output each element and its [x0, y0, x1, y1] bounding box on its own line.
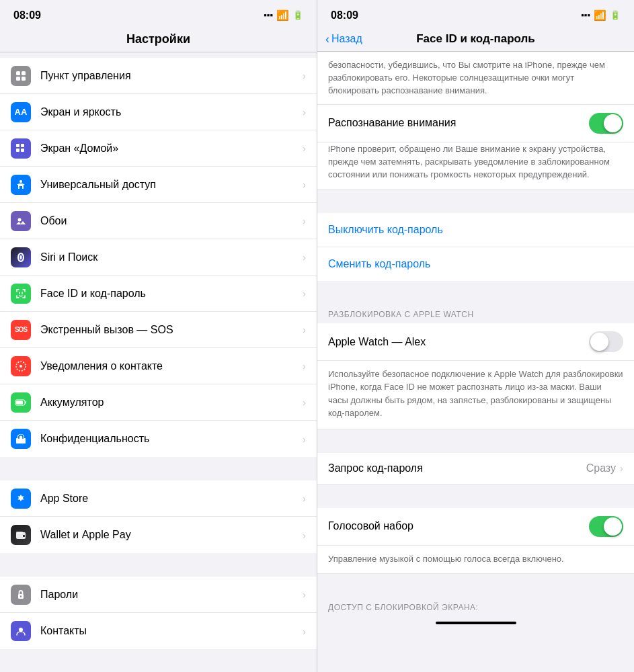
svg-point-12 [20, 255, 22, 259]
svg-rect-0 [16, 71, 20, 75]
row-home-screen[interactable]: Экран «Домой» › [0, 130, 317, 167]
disable-passcode-link[interactable]: Выключить код-пароль [317, 213, 634, 247]
left-status-icons: ▪▪▪ 📶 🔋 [264, 9, 303, 22]
change-passcode-text[interactable]: Сменить код-пароль [328, 258, 430, 269]
right-home-bar [436, 622, 516, 624]
clipped-description: безопасности, убедившись, что Вы смотрит… [328, 60, 605, 95]
home-screen-icon [11, 138, 31, 159]
wallpaper-chevron: › [303, 215, 306, 226]
right-battery-icon: 🔋 [610, 10, 621, 20]
row-contact[interactable]: Уведомления о контакте › [0, 348, 317, 384]
disable-passcode-text[interactable]: Выключить код-пароль [328, 224, 443, 235]
row-control-center[interactable]: Пункт управления › [0, 58, 317, 94]
privacy-chevron: › [303, 433, 306, 445]
wallpaper-icon [11, 211, 31, 231]
attention-description-block: iPhone проверит, обращено ли Ваше вниман… [317, 142, 634, 190]
lock-screen-divider [317, 574, 634, 597]
svg-rect-3 [22, 77, 26, 81]
actions-section: Выключить код-пароль Сменить код-пароль [317, 213, 634, 281]
battery-icon-row [11, 392, 31, 413]
left-settings-list[interactable]: Пункт управления › AA Экран и яркость › [0, 52, 317, 672]
right-status-icons: ▪▪▪ 📶 🔋 [581, 9, 621, 22]
attention-description: iPhone проверит, обращено ли Ваше вниман… [328, 144, 610, 179]
watch-divider [317, 281, 634, 304]
apple-watch-header: РАЗБЛОКИРОВКА С APPLE WATCH [317, 304, 634, 323]
attention-section: Распознавание внимания iPhone проверит, … [317, 104, 634, 190]
right-status-time: 08:09 [331, 9, 358, 22]
siri-icon [11, 247, 31, 267]
contacts-icon [11, 621, 31, 641]
row-wallpaper[interactable]: Обои › [0, 203, 317, 239]
display-label: Экран и яркость [40, 106, 299, 118]
right-nav-bar: ‹ Назад Face ID и код-пароль [317, 27, 634, 52]
left-panel: 08:09 ▪▪▪ 📶 🔋 Настройки [0, 0, 317, 672]
right-content[interactable]: безопасности, убедившись, что Вы смотрит… [317, 52, 634, 672]
attention-toggle[interactable] [589, 113, 623, 134]
section-apps: Пароли › Контакты › [0, 577, 317, 649]
apple-watch-description-block: Используйте безопасное подключение к App… [317, 361, 634, 429]
faceid-chevron: › [303, 288, 306, 299]
attention-toggle-knob [604, 114, 622, 132]
sos-label: Экстренный вызов — SOS [40, 324, 299, 336]
home-screen-label: Экран «Домой» [40, 142, 299, 155]
svg-rect-18 [25, 401, 26, 403]
row-display[interactable]: AA Экран и яркость › [0, 94, 317, 130]
row-sos[interactable]: SOS Экстренный вызов — SOS › [0, 312, 317, 348]
battery-label: Аккумулятор [40, 396, 299, 409]
wallet-label: Wallet и Apple Pay [40, 529, 299, 541]
passcode-request-label: Запрос код-пароля [328, 462, 423, 474]
svg-rect-6 [16, 149, 19, 152]
home-screen-chevron: › [303, 142, 306, 154]
attention-toggle-label: Распознавание внимания [328, 117, 456, 129]
voice-dialing-section: Голосовой набор Управление музыкой с пом… [317, 508, 634, 574]
back-label[interactable]: Назад [331, 33, 362, 45]
voice-dialing-toggle[interactable] [589, 516, 623, 537]
right-wifi-icon: 📶 [594, 9, 606, 22]
wallet-icon [11, 525, 31, 545]
row-contacts[interactable]: Контакты › [0, 613, 317, 649]
row-siri[interactable]: Siri и Поиск › [0, 239, 317, 276]
privacy-label: Конфиденциальность [40, 433, 299, 445]
row-battery[interactable]: Аккумулятор › [0, 384, 317, 421]
apple-watch-toggle[interactable] [589, 331, 623, 352]
row-faceid[interactable]: Face ID и код-пароль › [0, 276, 317, 312]
back-chevron-icon: ‹ [325, 32, 329, 46]
section-divider-1 [0, 457, 317, 480]
siri-label: Siri и Поиск [40, 251, 299, 263]
right-signal-icon: ▪▪▪ [581, 10, 590, 20]
voice-dialing-description-block: Управление музыкой с помощью голоса всег… [317, 546, 634, 574]
siri-chevron: › [303, 251, 306, 263]
passcode-divider [317, 429, 634, 453]
display-chevron: › [303, 106, 306, 118]
voice-dialing-toggle-row: Голосовой набор [317, 508, 634, 546]
passwords-chevron: › [303, 589, 306, 600]
faceid-label: Face ID и код-пароль [40, 288, 299, 300]
voice-dialing-toggle-label: Голосовой набор [328, 520, 413, 532]
section-general: Пункт управления › AA Экран и яркость › [0, 58, 317, 457]
svg-rect-5 [21, 144, 24, 147]
row-privacy[interactable]: Конфиденциальность › [0, 421, 317, 457]
apple-watch-toggle-row: Apple Watch — Alex [317, 323, 634, 361]
row-passwords[interactable]: Пароли › [0, 577, 317, 613]
actions-divider [317, 190, 634, 213]
row-accessibility[interactable]: Универсальный доступ › [0, 167, 317, 203]
row-wallet[interactable]: Wallet и Apple Pay › [0, 517, 317, 553]
change-passcode-link[interactable]: Сменить код-пароль [317, 247, 634, 281]
svg-rect-21 [16, 532, 23, 534]
row-appstore[interactable]: App Store › [0, 480, 317, 517]
attention-toggle-row: Распознавание внимания [317, 105, 634, 142]
apple-watch-toggle-label: Apple Watch — Alex [328, 336, 426, 348]
back-button[interactable]: ‹ Назад [325, 32, 362, 46]
appstore-icon [11, 489, 31, 509]
svg-rect-4 [16, 144, 19, 147]
section-store: App Store › Wallet и Apple Pay › [0, 480, 317, 553]
passcode-request-row[interactable]: Запрос код-пароля Сразу › [317, 453, 634, 485]
svg-rect-7 [21, 149, 24, 152]
section-divider-2 [0, 553, 317, 577]
svg-point-25 [19, 628, 23, 632]
passwords-label: Пароли [40, 589, 299, 601]
svg-point-24 [20, 595, 22, 597]
passcode-request-section: Запрос код-пароля Сразу › [317, 453, 634, 485]
apple-watch-section: РАЗБЛОКИРОВКА С APPLE WATCH Apple Watch … [317, 304, 634, 429]
wifi-icon: 📶 [276, 9, 289, 22]
